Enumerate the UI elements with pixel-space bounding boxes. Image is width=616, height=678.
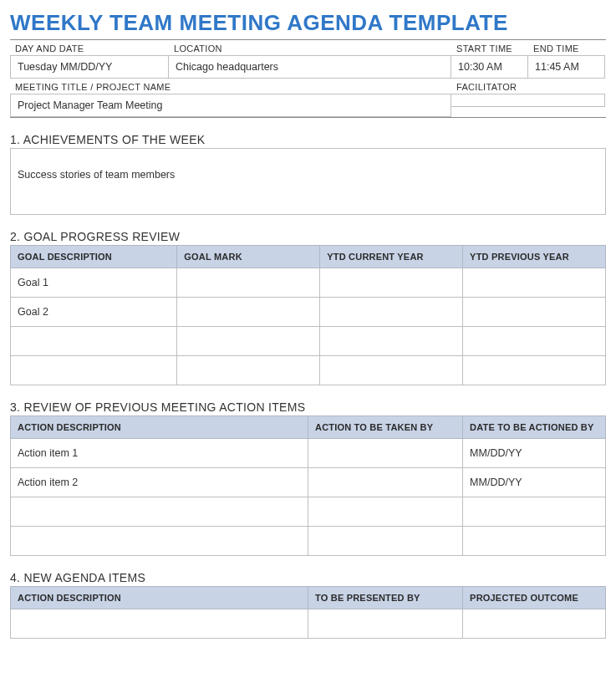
section-heading: 2. GOAL PROGRESS REVIEW xyxy=(10,230,606,243)
meta-label: DAY AND DATE xyxy=(10,40,169,55)
section-previous-actions: 3. REVIEW OF PREVIOUS MEETING ACTION ITE… xyxy=(10,400,606,556)
section-heading: 3. REVIEW OF PREVIOUS MEETING ACTION ITE… xyxy=(10,400,606,414)
table-cell xyxy=(320,298,463,327)
table-cell xyxy=(177,356,320,385)
meta-group: MEETING TITLE / PROJECT NAMEProject Mana… xyxy=(10,79,451,117)
meta-label: END TIME xyxy=(528,40,605,55)
table-cell xyxy=(463,268,606,298)
table-cell xyxy=(320,268,463,298)
meta-value: Chicago headquarters xyxy=(169,55,451,79)
goals-table: GOAL DESCRIPTIONGOAL MARKYTD CURRENT YEA… xyxy=(10,245,606,385)
table-header: ACTION DESCRIPTION xyxy=(11,416,308,439)
section-goals: 2. GOAL PROGRESS REVIEW GOAL DESCRIPTION… xyxy=(10,230,606,385)
table-cell: MM/DD/YY xyxy=(463,439,606,468)
meta-value: Tuesday MM/DD/YY xyxy=(10,55,169,79)
table-cell: MM/DD/YY xyxy=(463,468,606,497)
table-row: Action item 1MM/DD/YY xyxy=(11,439,606,468)
table-cell xyxy=(11,327,177,356)
table-cell: Goal 1 xyxy=(11,268,177,298)
table-cell xyxy=(11,497,308,527)
table-header: GOAL DESCRIPTION xyxy=(11,246,177,268)
table-cell xyxy=(463,497,606,527)
table-cell: Action item 2 xyxy=(11,468,308,497)
table-row xyxy=(11,497,606,527)
table-cell xyxy=(11,609,308,639)
table-cell xyxy=(320,327,463,356)
table-cell xyxy=(177,298,320,327)
table-header: TO BE PRESENTED BY xyxy=(308,587,463,609)
table-row: Action item 2MM/DD/YY xyxy=(11,468,606,497)
meta-group: START TIME10:30 AM xyxy=(451,40,528,79)
table-row: Goal 2 xyxy=(11,298,606,327)
section-achievements: 1. ACHIEVEMENTS OF THE WEEK Success stor… xyxy=(10,133,606,215)
meta-row-2: MEETING TITLE / PROJECT NAMEProject Mana… xyxy=(10,79,606,117)
table-header: ACTION DESCRIPTION xyxy=(11,587,308,609)
table-row xyxy=(11,609,606,639)
meta-label: FACILITATOR xyxy=(451,79,605,94)
table-row xyxy=(11,356,606,385)
achievements-body: Success stories of team members xyxy=(10,148,606,215)
table-cell xyxy=(308,497,463,527)
section-heading: 4. NEW AGENDA ITEMS xyxy=(10,571,606,584)
meta-label: START TIME xyxy=(451,40,528,55)
table-cell xyxy=(463,527,606,556)
section-heading: 1. ACHIEVEMENTS OF THE WEEK xyxy=(10,133,606,146)
table-cell xyxy=(308,439,463,468)
previous-actions-table: ACTION DESCRIPTIONACTION TO BE TAKEN BYD… xyxy=(10,415,606,556)
new-agenda-table: ACTION DESCRIPTIONTO BE PRESENTED BYPROJ… xyxy=(10,586,606,639)
table-cell xyxy=(308,609,463,639)
table-cell xyxy=(320,356,463,385)
table-cell xyxy=(463,298,606,327)
meta-value: 10:30 AM xyxy=(451,55,528,79)
table-header: GOAL MARK xyxy=(177,246,320,268)
table-cell xyxy=(177,268,320,298)
table-cell xyxy=(11,356,177,385)
page-title: WEEKLY TEAM MEETING AGENDA TEMPLATE xyxy=(10,10,606,36)
table-cell xyxy=(308,468,463,497)
table-cell: Action item 1 xyxy=(11,439,308,468)
table-header: YTD PREVIOUS YEAR xyxy=(463,246,606,268)
meta-row-1: DAY AND DATETuesday MM/DD/YYLOCATIONChic… xyxy=(10,40,606,79)
table-cell xyxy=(11,527,308,556)
table-cell: Goal 2 xyxy=(11,298,177,327)
section-new-agenda: 4. NEW AGENDA ITEMS ACTION DESCRIPTIONTO… xyxy=(10,571,606,639)
table-header: PROJECTED OUTCOME xyxy=(463,587,606,609)
meta-value: Project Manager Team Meeting xyxy=(10,94,451,117)
table-cell xyxy=(463,327,606,356)
table-row: Goal 1 xyxy=(11,268,606,298)
meta-group: LOCATIONChicago headquarters xyxy=(169,40,451,79)
meta-value xyxy=(451,94,605,107)
meta-label: LOCATION xyxy=(169,40,451,55)
table-header: YTD CURRENT YEAR xyxy=(320,246,463,268)
table-cell xyxy=(177,327,320,356)
table-row xyxy=(11,527,606,556)
meta-value: 11:45 AM xyxy=(528,55,605,79)
meta-group: FACILITATOR xyxy=(451,79,605,117)
table-row xyxy=(11,327,606,356)
table-header: DATE TO BE ACTIONED BY xyxy=(463,416,606,439)
meta-group: END TIME11:45 AM xyxy=(528,40,605,79)
table-cell xyxy=(308,527,463,556)
table-cell xyxy=(463,609,606,639)
meta-group: DAY AND DATETuesday MM/DD/YY xyxy=(10,40,169,79)
meta-label: MEETING TITLE / PROJECT NAME xyxy=(10,79,451,94)
table-cell xyxy=(463,356,606,385)
meta-section: DAY AND DATETuesday MM/DD/YYLOCATIONChic… xyxy=(10,39,606,118)
table-header: ACTION TO BE TAKEN BY xyxy=(308,416,463,439)
